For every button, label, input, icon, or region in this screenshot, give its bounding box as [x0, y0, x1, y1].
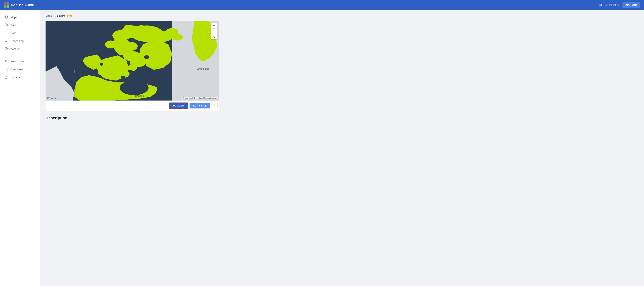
svg-point-12 [5, 40, 7, 42]
sidebar-item-maps[interactable]: Maps [0, 13, 40, 21]
sidebar-item-geocoding-label: Geocoding [10, 40, 24, 43]
svg-rect-10 [6, 25, 8, 26]
svg-point-1 [6, 2, 10, 5]
map-logo-text: maptiler [50, 97, 57, 99]
map-area[interactable]: Canada Greenland + − ⊙ © MapTiler © Open… [46, 21, 219, 101]
compass-button[interactable]: ⊙ [212, 34, 217, 40]
sidebar-item-tiles-label: Tiles [10, 24, 16, 27]
svg-rect-9 [5, 25, 6, 26]
test-badge: test [67, 15, 72, 17]
svg-point-41 [136, 25, 147, 31]
logo: maptiler CLOUD [4, 2, 34, 8]
logo-cloud: CLOUD [24, 4, 34, 6]
sidebar-item-customers[interactable]: Customers [0, 65, 40, 73]
sidebar-item-uploads-label: Uploads [10, 76, 20, 79]
svg-point-0 [4, 2, 6, 5]
maps-icon [4, 15, 8, 19]
sidebar-item-data-label: Data [10, 32, 16, 35]
customers-icon [4, 67, 8, 71]
zoom-out-button[interactable]: − [212, 29, 217, 34]
sidebar-item-account[interactable]: Account [0, 45, 40, 53]
breadcrumb-maps-link[interactable]: Maps [46, 15, 52, 17]
sidebar-item-account-label: Account [10, 47, 20, 51]
account-icon [4, 47, 8, 51]
more-options-button[interactable]: ⋮ [212, 103, 218, 109]
uploads-icon [4, 75, 8, 79]
description-section: Description [46, 116, 219, 120]
geocoding-icon [4, 39, 8, 43]
svg-point-42 [124, 25, 133, 30]
main-layout: Maps Tiles Data Geocoding Account [0, 10, 644, 286]
tiles-icon [4, 23, 8, 27]
chevron-down-icon: ▼ [618, 4, 620, 6]
svg-point-62 [47, 97, 48, 98]
sidebar-item-subscriptions[interactable]: Subscriptions [0, 57, 40, 65]
sidebar-item-maps-label: Maps [10, 16, 17, 19]
svg-point-29 [172, 34, 183, 41]
map-controls: + − ⊙ [212, 23, 217, 40]
sign-out-button[interactable]: SIGN OUT [622, 2, 640, 8]
svg-point-37 [105, 41, 116, 49]
sidebar: Maps Tiles Data Geocoding Account [0, 10, 40, 286]
svg-text:Canada: Canada [135, 95, 144, 97]
sidebar-item-uploads[interactable]: Uploads [0, 73, 40, 81]
sidebar-item-data[interactable]: Data [0, 29, 40, 37]
logo-icon [4, 2, 10, 8]
breadcrumb-separator: / [53, 15, 54, 17]
svg-line-19 [7, 70, 8, 71]
logo-text: maptiler [11, 3, 23, 7]
sidebar-item-subscriptions-label: Subscriptions [10, 60, 27, 63]
edit-style-button[interactable]: EDIT STYLE [190, 103, 210, 109]
svg-text:Greenland: Greenland [197, 67, 208, 70]
sidebar-item-geocoding[interactable]: Geocoding [0, 37, 40, 45]
main-content: Maps / Countries test [40, 10, 644, 286]
svg-rect-7 [5, 24, 6, 25]
user-menu[interactable]: Jiri Jelinek ▼ [605, 4, 620, 7]
sidebar-item-tiles[interactable]: Tiles [0, 21, 40, 29]
svg-point-56 [100, 63, 103, 66]
data-icon [4, 31, 8, 35]
svg-rect-8 [6, 24, 8, 25]
map-logo: maptiler [47, 97, 57, 99]
breadcrumb-current: Countries [54, 15, 66, 17]
svg-point-54 [144, 55, 150, 59]
svg-point-48 [146, 50, 154, 56]
svg-point-65 [48, 98, 50, 99]
breadcrumb: Maps / Countries test [46, 15, 638, 17]
svg-point-18 [5, 68, 7, 70]
svg-point-45 [128, 65, 137, 71]
subscriptions-icon [4, 60, 8, 63]
svg-point-64 [47, 98, 48, 99]
map-attribution: © MapTiler © OpenStreetMap contributors [182, 97, 218, 99]
svg-point-63 [48, 97, 50, 98]
sidebar-item-customers-label: Customers [10, 68, 24, 71]
svg-point-58 [120, 81, 148, 95]
grid-icon[interactable]: ⊞ [599, 3, 602, 7]
svg-point-15 [6, 48, 7, 49]
svg-point-46 [150, 43, 158, 50]
svg-point-47 [156, 48, 163, 54]
svg-point-57 [128, 70, 133, 73]
map-card: Canada Greenland + − ⊙ © MapTiler © Open… [46, 21, 219, 111]
app-header: maptiler CLOUD ⊞ Jiri Jelinek ▼ SIGN OUT [0, 0, 644, 10]
svg-line-13 [7, 42, 8, 42]
header-right: ⊞ Jiri Jelinek ▼ SIGN OUT [599, 2, 640, 8]
map-visualization: Canada Greenland [46, 21, 219, 101]
action-bar: PUBLISH EDIT STYLE ⋮ [46, 101, 219, 111]
svg-point-51 [111, 66, 118, 70]
description-title: Description [46, 116, 219, 120]
svg-point-3 [6, 5, 10, 8]
zoom-in-button[interactable]: + [212, 23, 217, 29]
user-name: Jiri Jelinek [605, 4, 616, 7]
svg-point-50 [100, 67, 107, 73]
publish-button[interactable]: PUBLISH [169, 103, 188, 109]
svg-point-55 [121, 76, 126, 79]
svg-point-2 [4, 5, 6, 8]
